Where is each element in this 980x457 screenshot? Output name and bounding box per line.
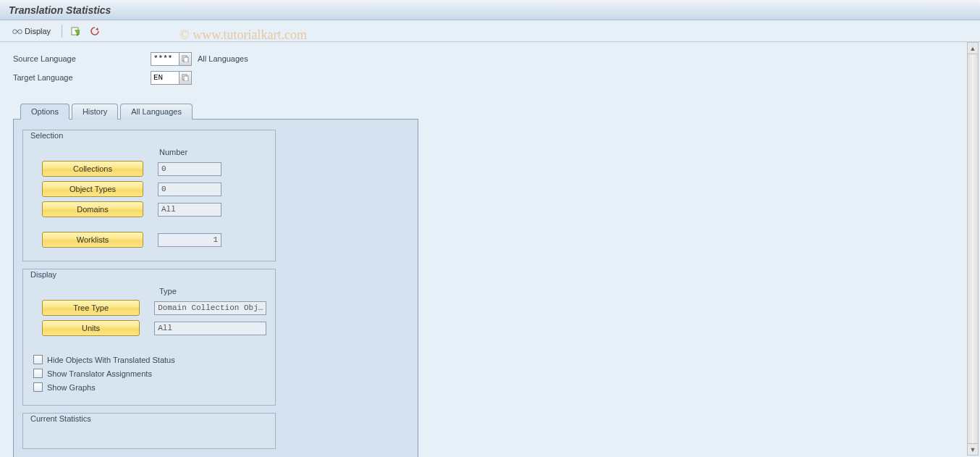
source-language-desc: All Languages [198,54,248,63]
page-title: Translation Statistics [9,4,111,16]
execute-icon [71,26,81,36]
collections-row: Collections [32,161,266,177]
target-language-f4-button[interactable] [179,71,192,85]
title-bar: Translation Statistics [0,0,980,20]
show-assignments-row: Show Translator Assignments [33,369,266,378]
refresh-icon [90,26,100,36]
display-button-label: Display [25,27,51,35]
domains-button[interactable]: Domains [42,201,143,217]
tab-options[interactable]: Options [20,104,69,120]
target-language-row: Target Language EN [13,70,966,85]
units-row: Units [32,320,266,336]
tree-type-value [154,301,266,315]
svg-rect-4 [184,57,188,62]
display-group: Display Type Tree Type Units Hide Object… [22,269,276,406]
source-language-row: Source Language **** All Languages [13,51,966,67]
show-graphs-label: Show Graphs [47,383,96,392]
selection-group: Selection Number Collections Object Type… [22,130,276,261]
domains-value [158,203,221,217]
target-language-input[interactable]: EN [151,71,179,85]
worklists-row: Worklists [32,232,266,248]
source-language-input[interactable]: **** [151,52,179,66]
collections-button[interactable]: Collections [42,161,143,177]
object-types-row: Object Types [32,181,266,197]
refresh-button[interactable] [87,24,103,38]
tab-history[interactable]: History [72,104,118,120]
hide-objects-checkbox[interactable] [33,355,43,364]
application-toolbar: Display [0,20,980,42]
content-area: Source Language **** All Languages Targe… [0,42,966,457]
worklists-value [158,233,221,247]
selection-col-header: Number [159,148,266,156]
show-assignments-label: Show Translator Assignments [47,369,152,378]
show-assignments-checkbox[interactable] [33,369,43,378]
hide-objects-label: Hide Objects With Translated Status [47,356,175,364]
tree-type-button[interactable]: Tree Type [42,300,140,316]
units-value [154,322,266,335]
scroll-up-button[interactable]: ▲ [968,43,978,54]
source-language-label: Source Language [13,54,151,63]
selection-group-title: Selection [28,130,66,141]
source-language-f4-button[interactable] [179,52,192,66]
svg-rect-6 [184,76,188,81]
target-language-label: Target Language [13,73,151,82]
vertical-scrollbar[interactable]: ▲ ▼ [967,42,979,456]
hide-objects-row: Hide Objects With Translated Status [33,355,266,364]
display-col-header: Type [159,287,266,295]
domains-row: Domains [32,201,266,217]
scroll-track[interactable] [968,54,978,443]
tab-strip: Options History All Languages [13,103,418,120]
object-types-value [158,183,221,196]
f4-help-icon [182,74,189,81]
object-types-button[interactable]: Object Types [42,181,143,197]
tab-body-options: Selection Number Collections Object Type… [13,120,418,457]
svg-point-1 [18,29,22,33]
svg-point-0 [13,29,17,33]
tab-all-languages[interactable]: All Languages [120,104,193,120]
show-graphs-checkbox[interactable] [33,382,43,392]
f4-help-icon [182,55,189,62]
worklists-button[interactable]: Worklists [42,232,143,248]
show-graphs-row: Show Graphs [33,382,266,392]
units-button[interactable]: Units [42,320,140,336]
scroll-down-button[interactable]: ▼ [968,443,978,455]
current-statistics-title: Current Statistics [28,413,94,424]
toolbar-separator [62,25,62,38]
current-statistics-group: Current Statistics [22,413,276,449]
display-button[interactable]: Display [7,25,56,38]
glasses-icon [12,28,22,35]
execute-button[interactable] [68,24,84,38]
collections-value [158,162,221,176]
display-group-title: Display [28,269,59,280]
tree-type-row: Tree Type [32,300,266,316]
